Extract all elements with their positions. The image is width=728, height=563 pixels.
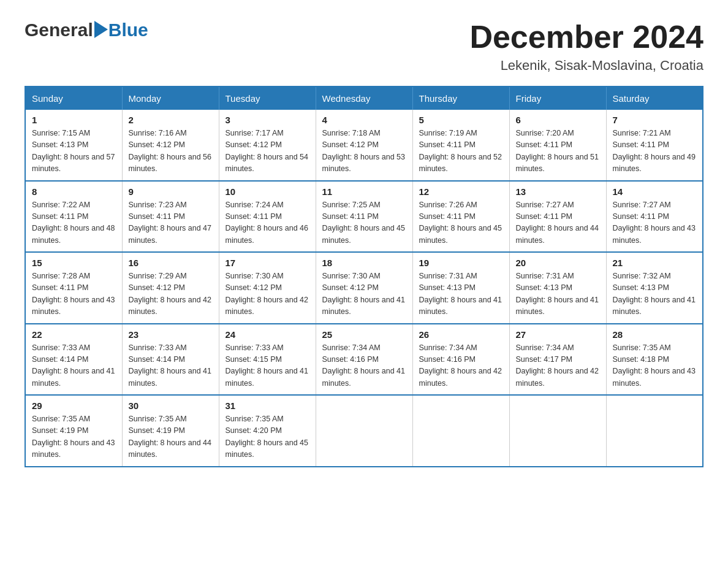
day-number: 6 [516, 115, 600, 125]
day-info: Sunrise: 7:27 AM Sunset: 4:11 PM Dayligh… [613, 199, 697, 247]
day-number: 19 [419, 258, 503, 268]
calendar-cell: 1 Sunrise: 7:15 AM Sunset: 4:13 PM Dayli… [25, 110, 122, 181]
day-info: Sunrise: 7:31 AM Sunset: 4:13 PM Dayligh… [419, 270, 503, 318]
logo-general-text: General [25, 20, 93, 40]
calendar-cell: 28 Sunrise: 7:35 AM Sunset: 4:18 PM Dayl… [606, 324, 703, 396]
calendar-cell: 30 Sunrise: 7:35 AM Sunset: 4:19 PM Dayl… [122, 395, 219, 467]
calendar-header-wednesday: Wednesday [316, 86, 412, 110]
calendar-table: SundayMondayTuesdayWednesdayThursdayFrid… [25, 86, 703, 467]
day-number: 14 [613, 186, 697, 197]
day-info: Sunrise: 7:33 AM Sunset: 4:14 PM Dayligh… [32, 342, 116, 390]
calendar-cell: 17 Sunrise: 7:30 AM Sunset: 4:12 PM Dayl… [219, 252, 316, 324]
calendar-cell: 22 Sunrise: 7:33 AM Sunset: 4:14 PM Dayl… [25, 324, 122, 396]
day-number: 8 [32, 186, 116, 197]
day-info: Sunrise: 7:25 AM Sunset: 4:11 PM Dayligh… [322, 199, 406, 247]
calendar-header-tuesday: Tuesday [219, 86, 316, 110]
day-info: Sunrise: 7:34 AM Sunset: 4:16 PM Dayligh… [419, 342, 503, 390]
calendar-header-thursday: Thursday [412, 86, 509, 110]
day-number: 5 [419, 115, 503, 125]
calendar-cell: 12 Sunrise: 7:26 AM Sunset: 4:11 PM Dayl… [412, 181, 509, 253]
day-number: 15 [32, 258, 116, 268]
calendar-week-row: 22 Sunrise: 7:33 AM Sunset: 4:14 PM Dayl… [25, 324, 703, 396]
calendar-cell: 6 Sunrise: 7:20 AM Sunset: 4:11 PM Dayli… [509, 110, 606, 181]
day-number: 9 [129, 186, 213, 197]
day-info: Sunrise: 7:20 AM Sunset: 4:11 PM Dayligh… [516, 128, 600, 175]
day-info: Sunrise: 7:29 AM Sunset: 4:12 PM Dayligh… [129, 270, 213, 318]
day-number: 26 [419, 329, 503, 340]
calendar-cell: 2 Sunrise: 7:16 AM Sunset: 4:12 PM Dayli… [122, 110, 219, 181]
day-info: Sunrise: 7:34 AM Sunset: 4:17 PM Dayligh… [516, 342, 600, 390]
day-info: Sunrise: 7:16 AM Sunset: 4:12 PM Dayligh… [129, 128, 213, 175]
day-number: 23 [129, 329, 213, 340]
day-info: Sunrise: 7:33 AM Sunset: 4:15 PM Dayligh… [226, 342, 309, 390]
calendar-cell [412, 395, 509, 467]
calendar-cell: 24 Sunrise: 7:33 AM Sunset: 4:15 PM Dayl… [219, 324, 316, 396]
calendar-cell: 25 Sunrise: 7:34 AM Sunset: 4:16 PM Dayl… [316, 324, 412, 396]
calendar-header-friday: Friday [509, 86, 606, 110]
calendar-week-row: 1 Sunrise: 7:15 AM Sunset: 4:13 PM Dayli… [25, 110, 703, 181]
day-info: Sunrise: 7:30 AM Sunset: 4:12 PM Dayligh… [322, 270, 406, 318]
day-info: Sunrise: 7:15 AM Sunset: 4:13 PM Dayligh… [32, 128, 116, 175]
day-number: 24 [226, 329, 309, 340]
page-subtitle: Lekenik, Sisak-Moslavina, Croatia [469, 58, 703, 74]
calendar-cell: 16 Sunrise: 7:29 AM Sunset: 4:12 PM Dayl… [122, 252, 219, 324]
day-number: 7 [613, 115, 697, 125]
calendar-cell: 23 Sunrise: 7:33 AM Sunset: 4:14 PM Dayl… [122, 324, 219, 396]
calendar-header-saturday: Saturday [606, 86, 703, 110]
calendar-header-monday: Monday [122, 86, 219, 110]
day-number: 10 [226, 186, 309, 197]
day-info: Sunrise: 7:34 AM Sunset: 4:16 PM Dayligh… [322, 342, 406, 390]
calendar-cell [606, 395, 703, 467]
page-header: General Blue December 2024 Lekenik, Sisa… [25, 18, 703, 74]
calendar-week-row: 15 Sunrise: 7:28 AM Sunset: 4:11 PM Dayl… [25, 252, 703, 324]
day-info: Sunrise: 7:31 AM Sunset: 4:13 PM Dayligh… [516, 270, 600, 318]
day-info: Sunrise: 7:21 AM Sunset: 4:11 PM Dayligh… [613, 128, 697, 175]
logo-area: General Blue [25, 18, 148, 40]
day-number: 4 [322, 115, 406, 125]
day-number: 18 [322, 258, 406, 268]
day-info: Sunrise: 7:17 AM Sunset: 4:12 PM Dayligh… [226, 128, 309, 175]
day-number: 31 [226, 400, 309, 411]
calendar-cell: 11 Sunrise: 7:25 AM Sunset: 4:11 PM Dayl… [316, 181, 412, 253]
day-number: 25 [322, 329, 406, 340]
calendar-cell: 9 Sunrise: 7:23 AM Sunset: 4:11 PM Dayli… [122, 181, 219, 253]
day-number: 17 [226, 258, 309, 268]
day-info: Sunrise: 7:33 AM Sunset: 4:14 PM Dayligh… [129, 342, 213, 390]
calendar-cell: 19 Sunrise: 7:31 AM Sunset: 4:13 PM Dayl… [412, 252, 509, 324]
day-info: Sunrise: 7:23 AM Sunset: 4:11 PM Dayligh… [129, 199, 213, 247]
calendar-cell [509, 395, 606, 467]
day-info: Sunrise: 7:24 AM Sunset: 4:11 PM Dayligh… [226, 199, 309, 247]
calendar-week-row: 8 Sunrise: 7:22 AM Sunset: 4:11 PM Dayli… [25, 181, 703, 253]
calendar-cell: 7 Sunrise: 7:21 AM Sunset: 4:11 PM Dayli… [606, 110, 703, 181]
calendar-cell: 3 Sunrise: 7:17 AM Sunset: 4:12 PM Dayli… [219, 110, 316, 181]
calendar-cell: 15 Sunrise: 7:28 AM Sunset: 4:11 PM Dayl… [25, 252, 122, 324]
day-info: Sunrise: 7:35 AM Sunset: 4:18 PM Dayligh… [613, 342, 697, 390]
day-info: Sunrise: 7:27 AM Sunset: 4:11 PM Dayligh… [516, 199, 600, 247]
calendar-cell: 26 Sunrise: 7:34 AM Sunset: 4:16 PM Dayl… [412, 324, 509, 396]
day-number: 11 [322, 186, 406, 197]
svg-marker-0 [94, 21, 108, 38]
day-number: 21 [613, 258, 697, 268]
day-info: Sunrise: 7:30 AM Sunset: 4:12 PM Dayligh… [226, 270, 309, 318]
title-area: December 2024 Lekenik, Sisak-Moslavina, … [469, 18, 703, 74]
day-info: Sunrise: 7:35 AM Sunset: 4:20 PM Dayligh… [226, 413, 309, 461]
calendar-cell: 8 Sunrise: 7:22 AM Sunset: 4:11 PM Dayli… [25, 181, 122, 253]
calendar-cell: 18 Sunrise: 7:30 AM Sunset: 4:12 PM Dayl… [316, 252, 412, 324]
calendar-cell: 10 Sunrise: 7:24 AM Sunset: 4:11 PM Dayl… [219, 181, 316, 253]
calendar-cell: 27 Sunrise: 7:34 AM Sunset: 4:17 PM Dayl… [509, 324, 606, 396]
calendar-week-row: 29 Sunrise: 7:35 AM Sunset: 4:19 PM Dayl… [25, 395, 703, 467]
day-number: 12 [419, 186, 503, 197]
day-info: Sunrise: 7:28 AM Sunset: 4:11 PM Dayligh… [32, 270, 116, 318]
page-title: December 2024 [469, 18, 703, 55]
day-number: 28 [613, 329, 697, 340]
calendar-header-row: SundayMondayTuesdayWednesdayThursdayFrid… [25, 86, 703, 110]
calendar-cell: 29 Sunrise: 7:35 AM Sunset: 4:19 PM Dayl… [25, 395, 122, 467]
calendar-cell: 4 Sunrise: 7:18 AM Sunset: 4:12 PM Dayli… [316, 110, 412, 181]
logo: General Blue [25, 18, 148, 40]
calendar-cell: 21 Sunrise: 7:32 AM Sunset: 4:13 PM Dayl… [606, 252, 703, 324]
calendar-cell [316, 395, 412, 467]
logo-arrow-icon [94, 18, 108, 40]
day-info: Sunrise: 7:22 AM Sunset: 4:11 PM Dayligh… [32, 199, 116, 247]
day-number: 20 [516, 258, 600, 268]
day-number: 16 [129, 258, 213, 268]
